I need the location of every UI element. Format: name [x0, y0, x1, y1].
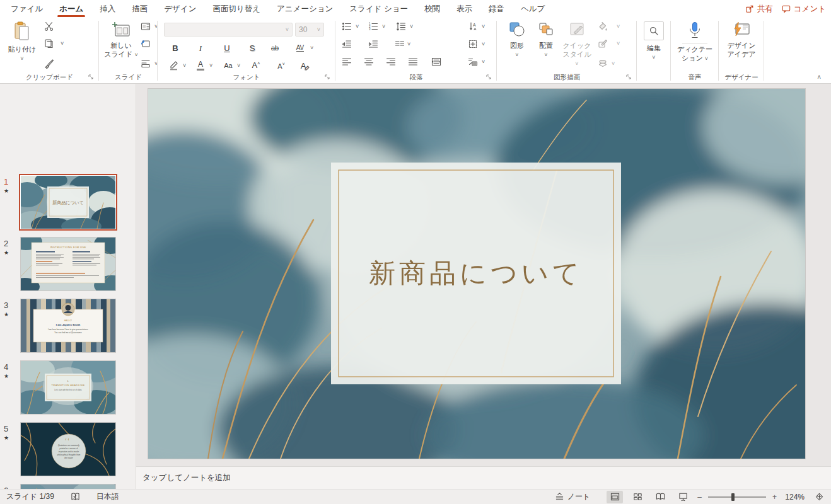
chevron-down-icon[interactable]: ˅	[356, 24, 359, 30]
slideshow-view-button[interactable]	[675, 491, 691, 503]
chevron-down-icon[interactable]: ˅	[407, 42, 410, 47]
chevron-down-icon[interactable]: ˅	[382, 24, 385, 30]
numbering-button[interactable]: 123	[366, 19, 381, 34]
clear-formatting-button[interactable]: A	[298, 58, 313, 73]
highlight-pen-button[interactable]	[166, 58, 182, 73]
zoom-level[interactable]: 124%	[783, 493, 805, 501]
chevron-down-icon[interactable]: ˅	[617, 41, 620, 47]
align-text-button[interactable]	[465, 37, 480, 52]
chevron-down-icon[interactable]: ˅	[61, 41, 64, 47]
tab-help[interactable]: ヘルプ	[513, 0, 553, 18]
change-case-button[interactable]: Aa	[221, 58, 236, 73]
chevron-down-icon[interactable]: ˅	[209, 63, 212, 69]
line-spacing-button[interactable]	[393, 19, 409, 34]
slide-layout-button[interactable]	[138, 19, 153, 34]
font-color-button[interactable]: A	[193, 58, 208, 73]
dialog-launcher-icon[interactable]	[324, 74, 330, 80]
bold-button[interactable]: B	[168, 40, 183, 55]
tab-file[interactable]: ファイル	[3, 0, 51, 18]
design-ideas-button[interactable]: デザイン アイデア	[723, 21, 760, 59]
normal-view-button[interactable]	[607, 491, 623, 503]
grow-font-button[interactable]: A˄	[248, 58, 264, 73]
text-shadow-button[interactable]: S	[245, 40, 260, 55]
dialog-launcher-icon[interactable]	[88, 74, 94, 80]
language-button[interactable]: 日本語	[96, 491, 119, 502]
underline-button[interactable]: U	[219, 40, 235, 55]
align-right-button[interactable]	[383, 54, 398, 69]
new-slide-button[interactable]: 新しい スライド ˅	[104, 21, 138, 59]
slide-canvas[interactable]: 新商品について	[148, 89, 805, 459]
reset-slide-button[interactable]	[138, 36, 153, 51]
shapes-button[interactable]: 図形 ˅	[503, 21, 531, 58]
cut-button[interactable]	[42, 19, 57, 34]
tab-insert[interactable]: 挿入	[91, 0, 124, 18]
decrease-indent-button[interactable]	[339, 37, 354, 52]
paste-button[interactable]: 貼り付け ˅	[8, 21, 37, 62]
slide-thumbnail[interactable]: INSTRUCTIONS FOR USE	[21, 238, 115, 290]
columns-button[interactable]	[392, 37, 407, 52]
collapse-ribbon-button[interactable]: ˄	[817, 74, 821, 81]
notes-pane[interactable]: タップしてノートを追加	[136, 466, 831, 489]
dialog-launcher-icon[interactable]	[485, 74, 492, 80]
character-spacing-button[interactable]: AV	[293, 40, 308, 55]
italic-button[interactable]: I	[193, 40, 208, 55]
chevron-down-icon[interactable]: ˅	[482, 59, 485, 65]
font-name-combo[interactable]: ˅	[164, 23, 293, 37]
copy-button[interactable]	[42, 36, 57, 51]
editing-button[interactable]: 編集 ˅	[641, 21, 667, 60]
zoom-in-button[interactable]: +	[772, 493, 777, 501]
quick-styles-button[interactable]: クイック スタイル ˅	[561, 21, 593, 67]
slide-sorter-view-button[interactable]	[629, 491, 646, 503]
slide-thumbnail[interactable]: HELLO! I am Jayden Smith I am here becau…	[21, 299, 115, 352]
zoom-slider-thumb[interactable]	[731, 493, 735, 501]
slide-thumbnail[interactable]: 1. TRANSITION HEADLINE Let's start with …	[21, 361, 115, 414]
justify-button[interactable]	[405, 54, 421, 69]
align-left-button[interactable]	[339, 54, 354, 69]
chevron-down-icon[interactable]: ˅	[617, 24, 620, 30]
zoom-out-button[interactable]: –	[697, 493, 702, 501]
chevron-down-icon[interactable]: ˅	[482, 24, 485, 30]
shape-outline-button[interactable]	[595, 36, 610, 51]
slide-title-textbox[interactable]: 新商品について	[331, 163, 621, 384]
text-direction-button[interactable]: A	[465, 19, 480, 34]
slide-thumbnail[interactable]: Quotations are commonly printed as a mea…	[21, 423, 115, 476]
tab-home[interactable]: ホーム	[51, 0, 91, 18]
notes-toggle-button[interactable]: ノート	[555, 491, 591, 502]
chevron-down-icon[interactable]: ˅	[410, 24, 413, 30]
shape-effects-button[interactable]	[595, 56, 610, 71]
align-center-button[interactable]	[361, 54, 376, 69]
comments-button[interactable]: コメント	[782, 4, 826, 14]
shrink-font-button[interactable]: A˅	[274, 58, 289, 73]
arrange-button[interactable]: 配置 ˅	[532, 21, 560, 58]
slide-thumbnail[interactable]: 新商品について	[21, 176, 115, 229]
tab-transitions[interactable]: 画面切り替え	[204, 0, 269, 18]
chevron-down-icon[interactable]: ˅	[612, 61, 615, 67]
format-painter-button[interactable]	[42, 56, 57, 71]
tab-review[interactable]: 校閲	[416, 0, 448, 18]
chevron-down-icon[interactable]: ˅	[183, 63, 186, 69]
font-size-combo[interactable]: 30 ˅	[295, 23, 324, 37]
chevron-down-icon[interactable]: ˅	[482, 42, 485, 47]
fit-to-window-button[interactable]	[811, 491, 827, 503]
share-button[interactable]: 共有	[745, 4, 773, 14]
zoom-slider[interactable]	[708, 496, 766, 498]
convert-to-smartart-button[interactable]	[465, 54, 480, 69]
add-remove-columns-button[interactable]	[429, 54, 444, 69]
increase-indent-button[interactable]	[366, 37, 381, 52]
tab-slideshow[interactable]: スライド ショー	[341, 0, 416, 18]
tab-record[interactable]: 録音	[480, 0, 513, 18]
tab-design[interactable]: デザイン	[156, 0, 204, 18]
strikethrough-button[interactable]: ab	[267, 40, 282, 55]
reading-view-button[interactable]	[652, 491, 668, 503]
bullets-button[interactable]	[339, 19, 354, 34]
chevron-down-icon[interactable]: ˅	[310, 45, 313, 51]
tab-animations[interactable]: アニメーション	[269, 0, 341, 18]
spell-check-button[interactable]	[71, 492, 80, 501]
tab-draw[interactable]: 描画	[124, 0, 156, 18]
shape-fill-button[interactable]	[595, 19, 610, 34]
slide-thumbnail[interactable]: THIS IS A SLIDE TITLE Here you have a li…	[21, 484, 115, 489]
dialog-launcher-icon[interactable]	[625, 74, 632, 80]
dictation-button[interactable]: ディクテー ション ˅	[676, 21, 714, 63]
chevron-down-icon[interactable]: ˅	[237, 63, 240, 69]
section-button[interactable]	[138, 56, 153, 71]
